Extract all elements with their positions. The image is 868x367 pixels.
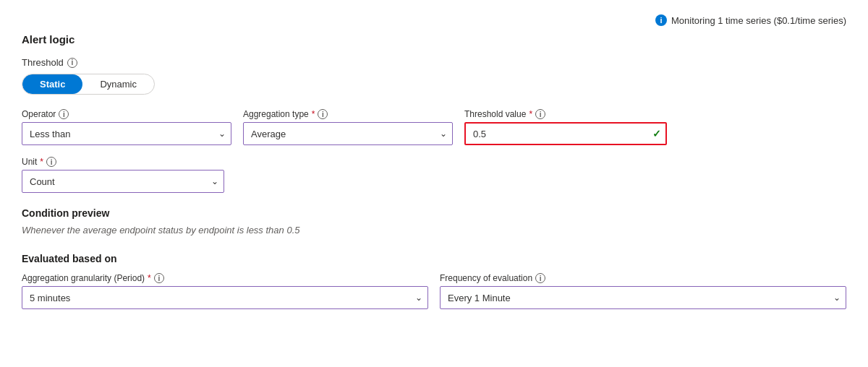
threshold-value-label: Threshold value [464,109,526,119]
threshold-toggle-group: Static Dynamic [22,74,155,95]
threshold-value-info-icon[interactable]: i [535,109,545,119]
frequency-evaluation-select-wrapper: Every 1 Minute Every 5 Minutes Every 15 … [440,286,846,309]
unit-required-star: * [40,157,43,167]
aggregation-granularity-label: Aggregation granularity (Period) [22,273,145,283]
aggregation-granularity-info-icon[interactable]: i [154,273,164,283]
threshold-label: Threshold [22,57,64,68]
frequency-evaluation-select[interactable]: Every 1 Minute Every 5 Minutes Every 15 … [440,286,846,309]
aggregation-label-row: Aggregation type * i [243,109,453,119]
aggregation-info-icon[interactable]: i [318,109,328,119]
threshold-value-group: Threshold value * i ✓ [464,109,667,145]
threshold-value-wrapper: ✓ [464,122,667,145]
monitoring-info: i Monitoring 1 time series ($0.1/time se… [22,14,846,26]
evaluated-based-on-title: Evaluated based on [22,253,846,264]
unit-select[interactable]: Count Percent Bytes Milliseconds [22,170,224,193]
unit-label-row: Unit * i [22,157,224,167]
unit-label: Unit [22,157,37,167]
unit-select-wrapper: Count Percent Bytes Milliseconds ⌄ [22,170,224,193]
threshold-value-required-star: * [529,109,532,119]
aggregation-label: Aggregation type [243,109,309,119]
unit-info-icon[interactable]: i [46,157,56,167]
aggregation-granularity-select[interactable]: 1 minute 5 minutes 15 minutes 30 minutes… [22,286,428,309]
aggregation-required-star: * [312,109,315,119]
condition-preview-text: Whenever the average endpoint status by … [22,225,846,236]
evaluated-form-row: Aggregation granularity (Period) * i 1 m… [22,273,846,309]
threshold-info-icon[interactable]: i [67,58,77,68]
info-icon-blue: i [655,14,667,26]
aggregation-granularity-group: Aggregation granularity (Period) * i 1 m… [22,273,428,309]
alert-form-row: Operator i Less than Greater than Equal … [22,109,846,193]
aggregation-select[interactable]: Average Count Maximum Minimum Total [243,122,453,145]
operator-info-icon[interactable]: i [59,109,69,119]
operator-select[interactable]: Less than Greater than Equal to Not equa… [22,122,231,145]
threshold-checkmark-icon: ✓ [652,128,661,139]
operator-select-wrapper: Less than Greater than Equal to Not equa… [22,122,231,145]
frequency-evaluation-info-icon[interactable]: i [535,273,545,283]
threshold-static-btn[interactable]: Static [22,74,82,94]
unit-group: Unit * i Count Percent Bytes Millisecond… [22,157,224,193]
threshold-value-input[interactable] [464,122,667,145]
threshold-dynamic-btn[interactable]: Dynamic [82,74,154,94]
aggregation-select-wrapper: Average Count Maximum Minimum Total ⌄ [243,122,453,145]
threshold-value-label-row: Threshold value * i [464,109,667,119]
operator-label: Operator [22,109,56,119]
operator-group: Operator i Less than Greater than Equal … [22,109,231,145]
condition-preview-title: Condition preview [22,207,846,219]
frequency-evaluation-group: Frequency of evaluation i Every 1 Minute… [440,273,846,309]
operator-label-row: Operator i [22,109,231,119]
aggregation-granularity-label-row: Aggregation granularity (Period) * i [22,273,428,283]
frequency-evaluation-label-row: Frequency of evaluation i [440,273,846,283]
aggregation-granularity-required-star: * [148,273,151,283]
frequency-evaluation-label: Frequency of evaluation [440,273,532,283]
monitoring-info-text: Monitoring 1 time series ($0.1/time seri… [671,15,846,26]
alert-logic-title: Alert logic [22,33,846,46]
threshold-label-row: Threshold i [22,57,846,68]
aggregation-granularity-select-wrapper: 1 minute 5 minutes 15 minutes 30 minutes… [22,286,428,309]
aggregation-type-group: Aggregation type * i Average Count Maxim… [243,109,453,145]
